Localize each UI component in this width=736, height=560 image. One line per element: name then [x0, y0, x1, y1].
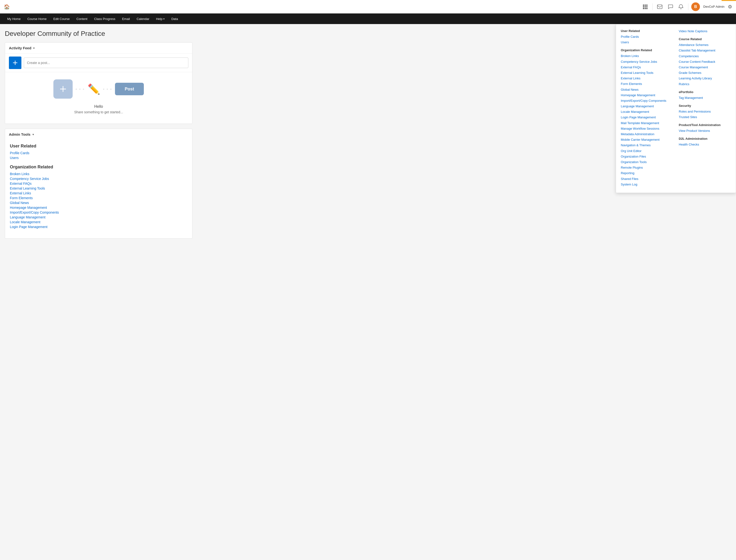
dd-tag-management[interactable]: Tag Management [679, 96, 731, 100]
activity-feed-chevron: ▾ [33, 46, 35, 50]
dd-eportfolio-heading: ePortfolio [679, 90, 731, 94]
list-item: Import/Export/Copy Components [10, 210, 187, 214]
nav-course-home[interactable]: Course Home [24, 13, 50, 24]
dd-broken-links[interactable]: Broken Links [621, 54, 673, 58]
users-link[interactable]: Users [10, 156, 19, 160]
dd-product-admin-heading: Product/Tool Administration [679, 123, 731, 127]
illus-plus-box [53, 79, 73, 99]
dd-learning-activity[interactable]: Learning Activity Library [679, 76, 731, 81]
external-faqs-link[interactable]: External FAQs [10, 182, 32, 185]
nav-class-progress[interactable]: Class Progress [91, 13, 119, 24]
dd-external-learning-tools[interactable]: External Learning Tools [621, 71, 673, 75]
dd-health-checks[interactable]: Health Checks [679, 142, 731, 147]
top-bar-left: 🏠 [4, 4, 10, 10]
home-icon[interactable]: 🏠 [4, 4, 10, 10]
dd-external-faqs[interactable]: External FAQs [621, 65, 673, 70]
create-post-button[interactable] [9, 57, 21, 69]
nav-my-home[interactable]: My Home [4, 13, 24, 24]
dd-competencies[interactable]: Competencies [679, 54, 731, 58]
dd-global-news[interactable]: Global News [621, 88, 673, 92]
illus-pencil: ✏️ [88, 83, 100, 95]
language-management-link[interactable]: Language Management [10, 215, 45, 219]
user-related-heading: User Related [10, 144, 187, 149]
dd-org-tools[interactable]: Organization Tools [621, 160, 673, 164]
nav-calendar[interactable]: Calendar [133, 13, 153, 24]
dd-reporting[interactable]: Reporting [621, 171, 673, 175]
nav-bar: My Home Course Home Edit Course Content … [0, 13, 736, 24]
import-export-link[interactable]: Import/Export/Copy Components [10, 210, 59, 214]
dd-nav-themes[interactable]: Navigation & Themes [621, 143, 673, 147]
org-related-heading: Organization Related [10, 165, 187, 170]
nav-email[interactable]: Email [119, 13, 133, 24]
dd-product-versions[interactable]: View Product Versions [679, 129, 731, 133]
dd-user-related-heading: User Related [621, 29, 673, 33]
dd-roles-permissions[interactable]: Roles and Permissions [679, 109, 731, 114]
locale-management-link[interactable]: Locale Management [10, 220, 40, 224]
illustration-row: - - - ✏️ - - - Post [53, 79, 144, 99]
chevron-down-icon: ▾ [163, 18, 165, 20]
top-bar-right: B DevCoP Admin ⚙ [641, 2, 732, 11]
chat-icon[interactable] [666, 2, 675, 11]
dd-language-management[interactable]: Language Management [621, 104, 673, 108]
dd-course-feedback[interactable]: Course Content Feedback [679, 60, 731, 64]
dd-grade-schemes[interactable]: Grade Schemes [679, 71, 731, 75]
list-item: Form Elements [10, 196, 187, 200]
dd-attendance[interactable]: Attendance Schemes [679, 43, 731, 47]
create-post-input[interactable] [24, 57, 188, 68]
dd-login-page-management[interactable]: Login Page Management [621, 115, 673, 120]
dd-metadata[interactable]: Metadata Administration [621, 132, 673, 136]
dd-course-management[interactable]: Course Management [679, 65, 731, 70]
nav-help[interactable]: Help ▾ [153, 13, 168, 24]
dd-competency-service-jobs[interactable]: Competency Service Jobs [621, 60, 673, 64]
list-item: Profile Cards [10, 151, 187, 155]
grid-icon[interactable] [641, 2, 649, 11]
feed-subtitle-text: Share something to get started... [74, 110, 123, 114]
dd-org-files[interactable]: Organization Files [621, 154, 673, 159]
dd-mail-template[interactable]: Mail Template Management [621, 121, 673, 125]
dd-remote-plugins[interactable]: Remote Plugins [621, 165, 673, 170]
create-post-area [5, 54, 192, 72]
feed-illustration: - - - ✏️ - - - Post Hello Share somethin… [5, 72, 192, 124]
main-content: Developer Community of Practice Activity… [0, 24, 197, 244]
profile-cards-link[interactable]: Profile Cards [10, 151, 29, 155]
dd-import-export[interactable]: Import/Export/Copy Components [621, 99, 673, 103]
list-item: Login Page Management [10, 225, 187, 229]
dd-shared-files[interactable]: Shared Files [621, 177, 673, 181]
external-learning-tools-link[interactable]: External Learning Tools [10, 186, 45, 190]
dd-system-log[interactable]: System Log [621, 182, 673, 187]
login-page-management-link[interactable]: Login Page Management [10, 225, 47, 229]
svg-rect-7 [645, 8, 646, 9]
dd-org-unit[interactable]: Org Unit Editor [621, 149, 673, 153]
form-elements-link[interactable]: Form Elements [10, 196, 33, 200]
global-news-link[interactable]: Global News [10, 201, 29, 205]
dd-workflow[interactable]: Manage Workflow Sessions [621, 127, 673, 131]
dd-form-elements[interactable]: Form Elements [621, 82, 673, 86]
dd-external-links[interactable]: External Links [621, 76, 673, 81]
nav-content[interactable]: Content [73, 13, 91, 24]
activity-feed-header[interactable]: Activity Feed ▾ [5, 43, 192, 54]
admin-tools-header[interactable]: Admin Tools ▾ [5, 129, 192, 140]
dd-profile-cards-link[interactable]: Profile Cards [621, 35, 673, 39]
svg-rect-3 [643, 6, 644, 7]
dd-homepage-management[interactable]: Homepage Management [621, 93, 673, 97]
homepage-management-link[interactable]: Homepage Management [10, 206, 47, 210]
dd-video-captions-link[interactable]: Video Note Captions [679, 29, 731, 33]
nav-edit-course[interactable]: Edit Course [50, 13, 73, 24]
dd-users-link[interactable]: Users [621, 40, 673, 45]
dd-rubrics[interactable]: Rubrics [679, 82, 731, 86]
competency-service-jobs-link[interactable]: Competency Service Jobs [10, 177, 49, 181]
nav-data[interactable]: Data [168, 13, 181, 24]
dd-locale-management[interactable]: Locale Management [621, 110, 673, 114]
dd-mobile-carrier[interactable]: Mobile Carrier Management [621, 138, 673, 142]
dd-classlist[interactable]: Classlist Tab Management [679, 48, 731, 53]
gear-icon[interactable]: ⚙ [728, 4, 732, 10]
dashes-right: - - - [103, 87, 112, 92]
mail-icon[interactable] [655, 2, 664, 11]
list-item: Homepage Management [10, 206, 187, 210]
admin-tools-dropdown: User Related Profile Cards Users Organiz… [616, 24, 736, 193]
broken-links-link[interactable]: Broken Links [10, 172, 29, 176]
avatar[interactable]: B [691, 2, 700, 11]
bell-icon[interactable] [677, 2, 685, 11]
external-links-link[interactable]: External Links [10, 191, 31, 195]
dd-trusted-sites[interactable]: Trusted Sites [679, 115, 731, 119]
